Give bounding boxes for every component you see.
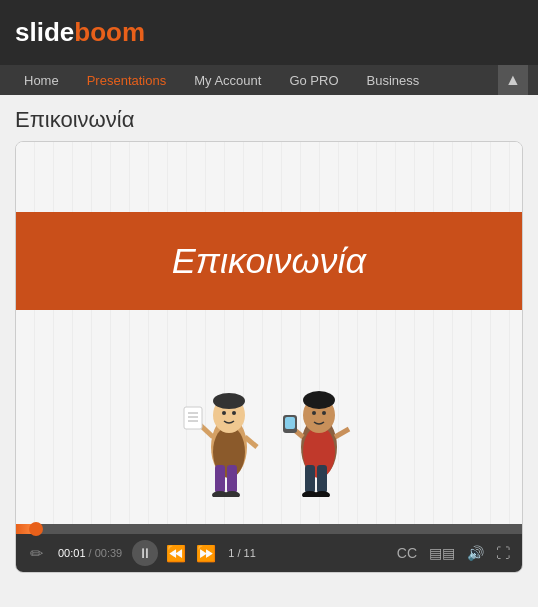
slide-area: Επικοινωνία: [16, 142, 522, 524]
volume-button[interactable]: 🔊: [463, 543, 488, 563]
pencil-icon[interactable]: ✏: [24, 541, 48, 565]
svg-point-24: [312, 411, 316, 415]
svg-rect-3: [227, 465, 237, 493]
time-current: 00:01: [58, 547, 86, 559]
logo-slide: slide: [15, 17, 74, 47]
svg-rect-28: [285, 417, 295, 429]
svg-point-21: [314, 491, 330, 497]
cc-button[interactable]: CC: [393, 543, 421, 563]
slide-characters: [16, 310, 522, 524]
svg-point-23: [303, 391, 335, 409]
quality-button[interactable]: ▤▤: [425, 543, 459, 563]
svg-line-29: [335, 429, 349, 437]
slide-illustration: [159, 337, 379, 497]
logo-boom: boom: [74, 17, 145, 47]
player-container: Επικοινωνία: [15, 141, 523, 573]
logo[interactable]: slideboom: [15, 17, 145, 48]
nav-business[interactable]: Business: [353, 65, 434, 95]
nav-presentations[interactable]: Presentations: [73, 65, 181, 95]
fast-forward-button[interactable]: ⏩: [194, 541, 218, 565]
app-header: slideboom: [0, 0, 538, 65]
svg-point-25: [322, 411, 326, 415]
rewind-button[interactable]: ⏪: [164, 541, 188, 565]
svg-point-9: [232, 411, 236, 415]
fullscreen-button[interactable]: ⛶: [492, 543, 514, 563]
page-title-area: Επικοινωνία: [0, 95, 538, 141]
main-nav: Home Presentations My Account Go PRO Bus…: [0, 65, 538, 95]
right-controls: CC ▤▤ 🔊 ⛶: [393, 543, 514, 563]
svg-point-8: [222, 411, 226, 415]
progress-bar[interactable]: [16, 524, 522, 534]
svg-point-7: [213, 393, 245, 409]
svg-rect-11: [184, 407, 202, 429]
time-separator: /: [86, 547, 95, 559]
nav-home[interactable]: Home: [10, 65, 73, 95]
slide-counter: 1 / 11: [228, 547, 256, 559]
svg-point-5: [224, 491, 240, 497]
svg-rect-18: [305, 465, 315, 493]
page-title: Επικοινωνία: [15, 107, 523, 133]
player-controls: ✏ 00:01 / 00:39 ⏸ ⏪ ⏩ 1 / 11 CC ▤▤ 🔊 ⛶: [16, 534, 522, 572]
time-total: 00:39: [95, 547, 123, 559]
slide-total: 11: [244, 547, 256, 559]
svg-rect-2: [215, 465, 225, 493]
nav-my-account[interactable]: My Account: [180, 65, 275, 95]
nav-go-pro[interactable]: Go PRO: [275, 65, 352, 95]
upload-button[interactable]: ▲: [498, 65, 528, 95]
progress-handle[interactable]: [29, 522, 43, 536]
svg-rect-19: [317, 465, 327, 493]
slide-title-banner: Επικοινωνία: [16, 212, 522, 310]
pause-button[interactable]: ⏸: [132, 540, 158, 566]
time-display: 00:01 / 00:39: [58, 547, 122, 559]
